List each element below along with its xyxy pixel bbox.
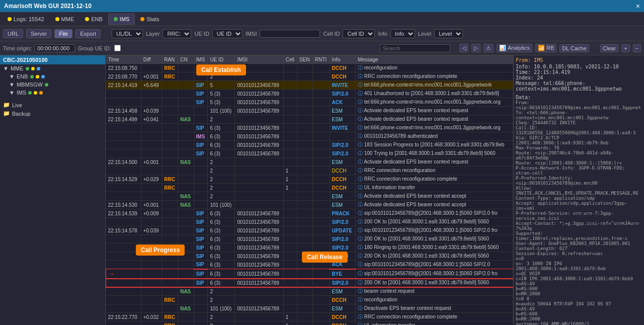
chevron-icon: ▼ [3,65,9,71]
server-button[interactable]: Server [26,29,51,38]
sidebar-item-mme[interactable]: ▼ MME [0,64,105,72]
table-cell [178,218,194,226]
folder-icon: 📁 [3,102,10,108]
table-cell: DCCH [330,296,355,304]
table-cell [178,226,194,235]
table-row[interactable]: 22:15:14.530+0.001NAS101 (100)ESMⓘ Activ… [106,201,513,209]
sip-content-line: o=- 3 1000 IN IP6 2001:468:3000:1:ea9:33… [516,261,642,271]
table-row[interactable]: 22:15:14.419+5.649SIP5001010123456789INV… [106,81,513,90]
ueid-select[interactable]: UE ID [212,29,243,38]
table-cell [235,167,283,175]
table-cell [194,184,208,192]
table-cell: DCCH [330,313,355,321]
table-row[interactable]: 22:15:14.539+0.009SIP6 (3)00101012345678… [106,209,513,218]
table-cell [141,149,162,158]
search-input[interactable] [380,44,450,52]
info-select[interactable]: Info [390,29,415,38]
layer-select[interactable]: RRC: [163,29,191,38]
table-cell: ⓘ Activate dedicated EPS bearer context … [355,158,513,167]
table-row[interactable]: SIP6 (3)001010123456789SIP/2.0ⓘ 180 Ring… [106,243,513,252]
table-cell: ESM [330,201,355,209]
time-origin-input[interactable] [35,44,75,52]
table-cell: +0.001 [141,72,162,81]
level-select[interactable]: Level [434,29,463,38]
nav-next-button[interactable]: ▷ [471,44,480,52]
table-row[interactable]: SIP6 (3)001010123456789ACKⓘ sip:00101012… [106,261,513,269]
file-button[interactable]: File [54,29,72,38]
table-row[interactable]: RRC21DCCHⓘ UL information transfer [106,184,513,192]
table-row[interactable]: 22:15:08.770+0.001RRC2DCCHⓘ RRC connecti… [106,72,513,81]
table-row[interactable]: 22:15:08.750RRC2DCCHⓘ reconfiguration [106,64,513,72]
table-row[interactable]: SIP6 (3)001010123456789INVITEⓘ tel:666;p… [106,124,513,132]
add-button[interactable]: + [621,44,629,52]
table-cell [162,90,178,98]
nav-prev-button[interactable]: ◁ [459,44,468,52]
clear-button[interactable]: Clear [600,44,618,52]
table-row[interactable]: 21DCCHⓘ RRC connection reconfiguration [106,167,513,175]
sidebar-item-mbmsgw[interactable]: ▼ MBMSGW [0,80,105,89]
col-ran: RAN [162,56,178,64]
warning-button[interactable]: ⚠ [484,44,494,52]
table-row[interactable]: 22:15:14.500+0.001NAS2ESMⓘ Activate dedi… [106,158,513,167]
table-cell: SIP [194,209,208,218]
table-row[interactable]: 22:15:14.458+0.039101 (100)0010101234567… [106,107,513,115]
table-row[interactable]: SIP6 (3)001010123456789SIP/2.0ⓘ 100 Tryi… [106,149,513,158]
table-row[interactable]: SIP5 (3)001010123456789ACKⓘ tel:666;phon… [106,98,513,107]
export-button[interactable]: Export [75,29,101,38]
table-cell: BYE [330,269,355,279]
table-row[interactable]: SIP6 (3)001010123456789SIP/2.0ⓘ 183 Sess… [106,141,513,149]
table-row[interactable]: 22:15:14.578+0.039SIP6 (3)00101012345678… [106,226,513,235]
tab-logs[interactable]: Logs: 15542 [2,14,50,25]
table-row[interactable]: RRC2DCCHⓘ reconfiguration [106,296,513,304]
table-row[interactable]: SIP5 (3)001010123456789SIP/2.0ⓘ 401 Unau… [106,90,513,98]
table-row[interactable]: NAS2ESMⓘ Activate dedicated EPS bearer c… [106,192,513,201]
table-cell: +0.001 [141,201,162,209]
table-cell: ⓘ UL information transfer [355,184,513,192]
sidebar: CBC-2021050100 ▼ MME ▼ ENB ▼ MBMSGW ▼ IM… [0,55,106,325]
tab-enb[interactable]: ENB [79,14,108,25]
url-button[interactable]: URL [3,29,23,38]
table-row[interactable]: NAS2ESMⓘ bearer context request [106,287,513,296]
tab-ims[interactable]: IMS [108,14,135,25]
tab-stats[interactable]: Stats [135,14,165,25]
table-cell [162,81,178,90]
table-row[interactable]: SIP6 (3)001010123456789SIP/2.0ⓘ 200 OK t… [106,279,513,287]
table-row[interactable]: 22:15:14.529+0.029RRC21DCCHⓘ RRC connect… [106,175,513,184]
table-cell: 1 [283,184,297,192]
table-cell: SIP/2.0 [330,243,355,252]
table-row[interactable]: SIP6 (3)001010123456789SIP/2.0ⓘ 200 OK t… [106,235,513,243]
group-ue-checkbox[interactable] [114,45,121,51]
table-cell [141,304,162,313]
table-row[interactable]: NAS101 (100)001010123456789ESMⓘ Deactiva… [106,304,513,313]
sip-content-line: v=0 [516,256,642,261]
table-cell [312,81,330,90]
table-cell: 001010123456789 [235,235,283,243]
analytics-button[interactable]: 📊 Analytics [497,44,532,52]
message-table-wrapper[interactable]: Call Establish Call Progress Call Releas… [106,55,513,325]
rb-button[interactable]: 📶 RB [535,44,556,52]
table-row[interactable]: SIP6 (3)001010123456789SIP/2.0ⓘ 200 OK t… [106,218,513,226]
live-label: Live [12,102,22,108]
table-row[interactable]: →SIP6 (3)001010123456789BYEⓘ sip:0010101… [106,269,513,279]
table-cell [178,296,194,304]
imsi-input[interactable] [260,30,320,38]
uldl-select[interactable]: UL/DL [112,29,143,38]
table-row[interactable]: 22:15:14.499+0.041NAS2ESMⓘ Activate dedi… [106,115,513,124]
minus-button[interactable]: − [633,44,641,52]
close-button[interactable]: × [636,2,640,10]
sidebar-title: CBC-2021050100 [0,55,105,64]
cellid-select[interactable]: Cell ID [343,29,375,38]
tab-mme[interactable]: MME [50,14,80,25]
table-row[interactable]: IMS6 (3)001010123456789ⓘ 001010123456789… [106,132,513,141]
table-cell: +0.032 [141,313,162,321]
sidebar-item-enb[interactable]: ▼ ENB [0,72,105,80]
sidebar-item-backup[interactable]: 📁 Backup [0,109,105,118]
table-row[interactable]: SIP6 (3)001010123456789SIP/2.0ⓘ 200 OK t… [106,252,513,261]
sidebar-item-live[interactable]: 📁 Live [0,101,105,109]
sidebar-item-ims[interactable]: ▼ IMS [0,89,105,97]
table-cell [162,98,178,107]
sip-content-line: b=RS:600 [516,311,642,316]
table-row[interactable]: 22:15:22.770+0.032RRC21DCCHⓘ RRC connect… [106,313,513,321]
table-row[interactable]: RRC21DCCHⓘ UL information transfer [106,321,513,326]
dl-cache-button[interactable]: DL Cache [559,44,589,52]
